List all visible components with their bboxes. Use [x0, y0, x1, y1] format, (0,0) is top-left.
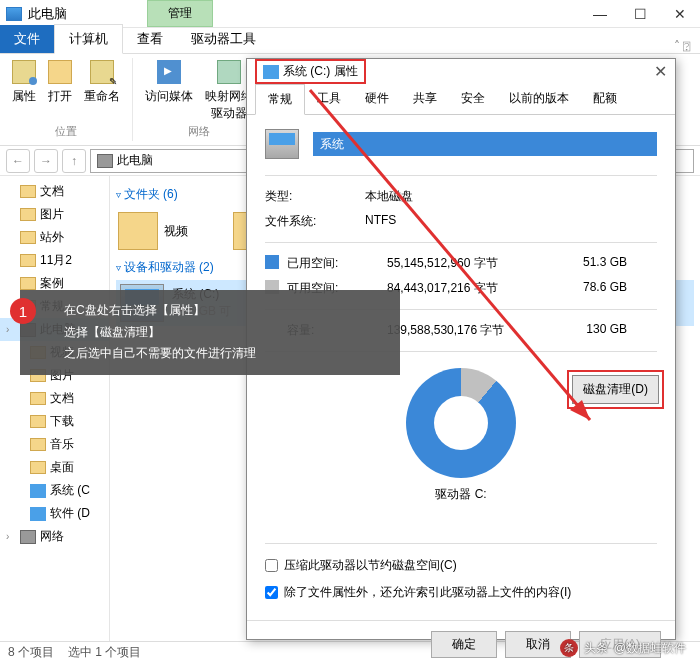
props-icon [12, 60, 36, 84]
drive-icon [30, 484, 46, 498]
drive-icon [263, 65, 279, 79]
net-icon [20, 530, 36, 544]
rename-icon [90, 60, 114, 84]
annotation-bubble: 1 在C盘处右击选择【属性】 选择【磁盘清理】 之后选中自己不需要的文件进行清理 [20, 290, 400, 375]
tree-item[interactable]: 11月2 [0, 249, 109, 272]
used-legend-icon [265, 255, 279, 269]
pc-icon [6, 7, 22, 21]
dialog-titlebar: 系统 (C:) 属性 ✕ [247, 59, 675, 84]
netdrive-icon [217, 60, 241, 84]
status-count: 8 个项目 [8, 644, 54, 661]
dialog-title: 系统 (C:) 属性 [255, 59, 366, 84]
dialog-tab[interactable]: 配额 [581, 84, 629, 114]
dialog-close-button[interactable]: ✕ [654, 62, 667, 81]
compress-checkbox[interactable]: 压缩此驱动器以节约磁盘空间(C) [265, 552, 657, 579]
tree-item[interactable]: 软件 (D [0, 502, 109, 525]
group-label: 网络 [188, 124, 210, 141]
pc-icon [97, 154, 113, 168]
tree-item[interactable]: 桌面 [0, 456, 109, 479]
dialog-tabs: 常规工具硬件共享安全以前的版本配额 [247, 84, 675, 115]
close-button[interactable]: ✕ [660, 0, 700, 28]
status-selected: 选中 1 个项目 [68, 644, 141, 661]
tab-computer[interactable]: 计算机 [54, 24, 123, 54]
folder-icon [30, 438, 46, 451]
disk-cleanup-button[interactable]: 磁盘清理(D) [572, 375, 659, 404]
folder-icon [20, 185, 36, 198]
folder-icon [118, 212, 158, 250]
tree-item[interactable]: 图片 [0, 203, 109, 226]
context-tab[interactable]: 管理 [147, 0, 213, 27]
ok-button[interactable]: 确定 [431, 631, 497, 658]
index-checkbox[interactable]: 除了文件属性外，还允许索引此驱动器上文件的内容(I) [265, 579, 657, 606]
window-title: 此电脑 [28, 5, 67, 23]
ribbon-caret[interactable]: ˄ ⍰ [664, 39, 700, 53]
drive-name-field[interactable]: 系统 [313, 132, 657, 156]
usage-donut-chart [406, 368, 516, 478]
watermark-icon: 条 [560, 639, 578, 657]
dialog-tab[interactable]: 硬件 [353, 84, 401, 114]
dialog-tab[interactable]: 安全 [449, 84, 497, 114]
props-button[interactable]: 属性 [6, 58, 42, 107]
tree-item[interactable]: ›网络 [0, 525, 109, 548]
folder-item[interactable]: 视频 [116, 207, 231, 255]
back-button[interactable]: ← [6, 149, 30, 173]
fwd-button[interactable]: → [34, 149, 58, 173]
step-badge: 1 [10, 298, 36, 324]
folder-icon [30, 461, 46, 474]
tree-item[interactable]: 文档 [0, 387, 109, 410]
media-icon [157, 60, 181, 84]
media-button[interactable]: 访问媒体 [139, 58, 199, 107]
tree-item[interactable]: 音乐 [0, 433, 109, 456]
tree-item[interactable]: 下载 [0, 410, 109, 433]
max-button[interactable]: ☐ [620, 0, 660, 28]
tree-item[interactable]: 文档 [0, 180, 109, 203]
folder-icon [20, 231, 36, 244]
tree-item[interactable]: 系统 (C [0, 479, 109, 502]
drive-label: 驱动器 C: [265, 486, 657, 503]
dialog-tab[interactable]: 共享 [401, 84, 449, 114]
dialog-tab[interactable]: 以前的版本 [497, 84, 581, 114]
folder-open-icon [48, 60, 72, 84]
drive-large-icon [265, 129, 299, 159]
min-button[interactable]: — [580, 0, 620, 28]
dialog-tab[interactable]: 工具 [305, 84, 353, 114]
tab-view[interactable]: 查看 [123, 25, 177, 53]
folder-icon [20, 254, 36, 267]
dialog-tab[interactable]: 常规 [255, 84, 305, 115]
tree-item[interactable]: 站外 [0, 226, 109, 249]
up-button[interactable]: ↑ [62, 149, 86, 173]
watermark: 条 头条 @数据蛙软件 [560, 639, 686, 657]
ribbon-tabs: 文件 计算机 查看 驱动器工具 ˄ ⍰ [0, 28, 700, 54]
folder-icon [30, 392, 46, 405]
group-label: 位置 [55, 124, 77, 141]
rename-button[interactable]: 重命名 [78, 58, 126, 107]
folder-icon [20, 208, 36, 221]
tab-file[interactable]: 文件 [0, 25, 54, 53]
drive-icon [30, 507, 46, 521]
tab-drive-tools[interactable]: 驱动器工具 [177, 25, 270, 53]
folder-icon [20, 277, 36, 290]
folder-icon [30, 415, 46, 428]
nav-tree[interactable]: 文档图片站外11月2案例常规›此电脑视频图片文档下载音乐桌面系统 (C软件 (D… [0, 176, 110, 641]
open-button[interactable]: 打开 [42, 58, 78, 107]
